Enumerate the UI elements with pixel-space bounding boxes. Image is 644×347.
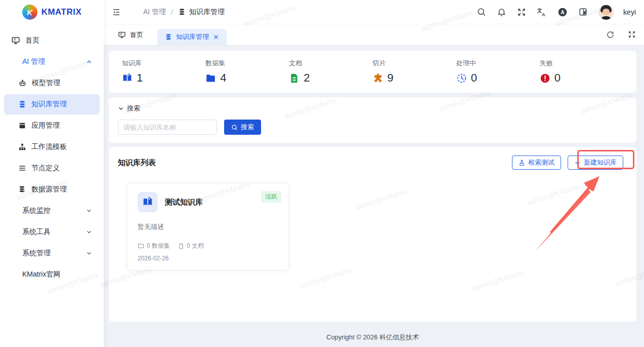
sidebar-item-models[interactable]: 模型管理 <box>4 73 100 93</box>
username[interactable]: keyi <box>619 8 636 16</box>
sidebar: K KMATRIX 首页 AI 管理 模型管理 知识库管理 应用管理 <box>0 0 104 347</box>
book-icon <box>122 73 133 84</box>
monitor-icon <box>118 31 126 39</box>
sidebar-item-official-site[interactable]: KMatrix官网 <box>4 264 100 285</box>
app-window: K KMATRIX 首页 AI 管理 模型管理 知识库管理 应用管理 <box>0 0 644 347</box>
fullscreen-icon <box>517 8 526 17</box>
search-section-toggle[interactable]: 搜索 <box>118 104 148 113</box>
sidebar-group-tools[interactable]: 系统工具 <box>4 222 100 242</box>
kb-card-documents-label: 0 文档 <box>187 242 204 250</box>
stat-processing: 处理中 0 <box>456 59 540 85</box>
sidebar-item-label: 工作流模板 <box>31 142 67 151</box>
knowledge-base-list-panel: 知识库列表 检索测试 新建知识库 <box>109 147 636 322</box>
chevron-up-icon <box>85 58 93 65</box>
close-icon <box>213 34 219 40</box>
database-plus-icon <box>18 185 26 194</box>
stats-panel: 知识库 1 数据集 4 文档 <box>109 51 636 93</box>
list-title: 知识库列表 <box>118 158 156 168</box>
sidebar-group-ai[interactable]: AI 管理 <box>4 52 100 72</box>
refresh-button[interactable] <box>606 30 615 39</box>
search-icon <box>231 124 238 131</box>
plus-icon <box>574 160 581 166</box>
sidebar-item-label: 节点定义 <box>31 164 60 173</box>
document-icon <box>289 73 299 84</box>
database-icon <box>178 8 186 16</box>
stat-chunks: 切片 9 <box>373 59 456 85</box>
sidebar-item-home[interactable]: 首页 <box>4 30 100 51</box>
stat-failed: 失败 0 <box>540 59 623 85</box>
sidebar-item-knowledge-base[interactable]: 知识库管理 <box>4 94 100 114</box>
sidebar-group-system[interactable]: 系统管理 <box>4 243 100 263</box>
notifications-button[interactable] <box>497 7 506 17</box>
status-badge: 活跃 <box>261 191 281 203</box>
clock-icon <box>456 73 467 84</box>
knowledge-base-card[interactable]: 测试知识库 活跃 暂无描述 0 数据集 0 文档 20 <box>127 183 289 271</box>
database-icon <box>18 100 26 108</box>
retrieval-test-button[interactable]: 检索测试 <box>512 156 561 170</box>
search-icon <box>477 7 486 17</box>
breadcrumb-current-label: 知识库管理 <box>189 8 225 17</box>
sidebar-menu: 首页 AI 管理 模型管理 知识库管理 应用管理 工作流模板 <box>0 24 104 291</box>
collapse-menu-icon <box>112 8 121 17</box>
search-submit-button[interactable]: 搜索 <box>224 120 261 135</box>
chevron-down-icon <box>85 207 93 214</box>
file-icon <box>178 243 184 249</box>
stat-value: 2 <box>304 71 310 85</box>
sidebar-group-label: 系统管理 <box>22 249 51 258</box>
database-icon <box>165 33 172 41</box>
stat-value: 0 <box>554 71 561 85</box>
search-form: 搜索 <box>118 120 627 135</box>
sidebar-item-workflow-templates[interactable]: 工作流模板 <box>4 137 100 157</box>
sidebar-item-data-sources[interactable]: 数据源管理 <box>4 179 100 200</box>
sidebar-item-label: KMatrix官网 <box>22 270 60 279</box>
tab-home[interactable]: 首页 <box>112 30 149 40</box>
theme-layout-icon <box>578 7 588 17</box>
header-actions: 文A A keyi <box>477 5 636 20</box>
page-content: 知识库 1 数据集 4 文档 <box>104 46 644 347</box>
fullscreen-icon <box>628 30 636 38</box>
stat-datasets: 数据集 4 <box>205 59 289 85</box>
list-actions: 检索测试 新建知识库 <box>512 156 627 170</box>
stat-value: 4 <box>220 71 226 85</box>
sidebar-item-label: 数据源管理 <box>31 185 67 194</box>
sidebar-group-label: AI 管理 <box>22 57 45 66</box>
expand-view-button[interactable] <box>628 30 636 39</box>
kb-card-datasets-label: 0 数据集 <box>147 242 170 250</box>
search-button[interactable] <box>477 7 486 17</box>
alert-icon <box>540 73 550 84</box>
tab-close-button[interactable] <box>213 34 219 40</box>
sidebar-item-label: 知识库管理 <box>31 100 67 109</box>
kb-name-input[interactable] <box>118 120 217 135</box>
sidebar-item-node-definitions[interactable]: 节点定义 <box>4 158 100 178</box>
theme-button[interactable] <box>578 7 588 17</box>
tab-actions <box>606 30 636 39</box>
avatar-body <box>601 16 611 20</box>
create-knowledge-base-button[interactable]: 新建知识库 <box>568 156 623 170</box>
stat-value: 0 <box>471 71 477 85</box>
fullscreen-button[interactable] <box>517 8 526 17</box>
main-area: AI 管理 / 知识库管理 文A A keyi 首页 <box>104 0 644 347</box>
kb-card-description: 暂无描述 <box>138 222 278 232</box>
svg-text:A: A <box>542 12 545 17</box>
brand-logo: K KMATRIX <box>0 0 104 24</box>
sidebar-item-apps[interactable]: 应用管理 <box>4 115 100 136</box>
stat-knowledge-bases: 知识库 1 <box>122 59 205 85</box>
sidebar-item-label: 模型管理 <box>32 79 60 88</box>
kb-card-date: 2026-02-26 <box>138 255 168 262</box>
breadcrumb-parent[interactable]: AI 管理 <box>143 8 166 17</box>
language-button[interactable]: 文A <box>537 7 547 17</box>
kb-card-icon-tile <box>138 192 158 212</box>
user-avatar[interactable] <box>598 5 614 20</box>
workflow-icon <box>18 143 26 151</box>
stat-label: 知识库 <box>122 59 205 68</box>
tab-knowledge-base[interactable]: 知识库管理 <box>157 29 227 45</box>
sidebar-group-label: 系统工具 <box>22 227 51 237</box>
sidebar-group-monitoring[interactable]: 系统监控 <box>4 201 100 221</box>
create-knowledge-base-label: 新建知识库 <box>584 158 617 167</box>
breadcrumb-separator: / <box>171 8 173 16</box>
folder-icon <box>205 73 216 84</box>
sidebar-item-label: 应用管理 <box>31 121 60 130</box>
sidebar-group-label: 系统监控 <box>22 206 51 215</box>
sidebar-collapse-button[interactable] <box>112 8 121 17</box>
font-size-button[interactable]: A <box>557 7 568 17</box>
